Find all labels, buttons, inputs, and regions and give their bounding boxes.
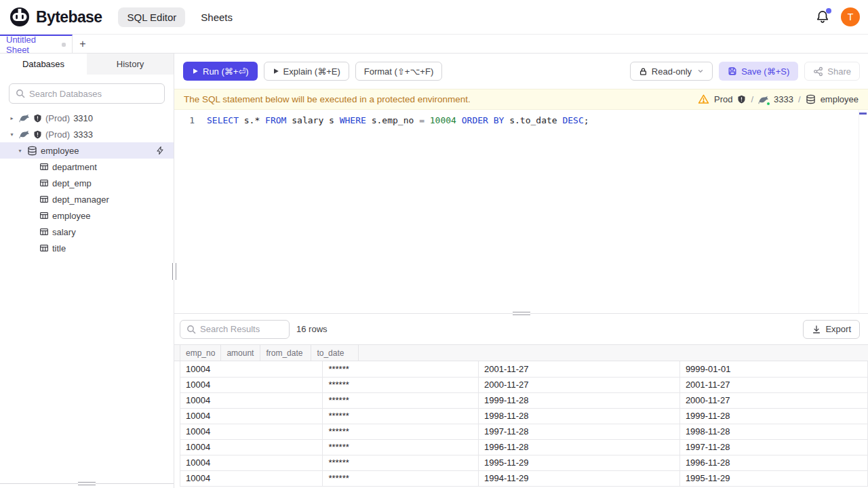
share-label: Share — [827, 66, 851, 77]
table-cell[interactable]: ****** — [323, 408, 479, 424]
table-row: 10004******1995-11-291996-11-28 — [180, 455, 868, 470]
sql-editor[interactable]: 1 SELECT s.* FROM salary s WHERE s.emp_n… — [174, 110, 868, 313]
tree-item-instance-3310[interactable]: ▸(Prod)3310 — [0, 110, 174, 126]
table-cell[interactable]: 10004 — [180, 377, 323, 392]
table-cell[interactable]: ****** — [323, 361, 479, 377]
nav-sheets[interactable]: Sheets — [192, 7, 241, 27]
table-cell[interactable]: 2000-11-27 — [679, 392, 867, 408]
environment-label: (Prod) — [45, 113, 70, 123]
splitter-grip[interactable] — [513, 312, 530, 315]
play-icon — [273, 68, 279, 75]
avatar[interactable]: T — [841, 7, 860, 26]
table-cell[interactable]: ****** — [323, 424, 479, 439]
table-cell[interactable]: 2000-11-27 — [479, 377, 680, 392]
readonly-mode-button[interactable]: Read-only — [630, 62, 713, 81]
table-cell[interactable]: ****** — [323, 470, 479, 486]
sql-token: s.* — [239, 115, 265, 125]
tree-item-table-title[interactable]: title — [0, 240, 174, 256]
run-button[interactable]: Run (⌘+⏎) — [183, 62, 258, 81]
readonly-label: Read-only — [652, 66, 692, 77]
tree-item-label: dept_emp — [52, 178, 92, 188]
download-icon — [812, 325, 821, 334]
sql-token: salary s — [286, 115, 339, 125]
explain-button[interactable]: Explain (⌘+E) — [264, 62, 349, 81]
table-cell[interactable]: 1996-11-28 — [479, 439, 680, 455]
sidebar-bottom-resize-handle[interactable] — [78, 482, 96, 485]
sheet-tab-label: Untitled Sheet — [6, 35, 56, 55]
table-cell[interactable]: 1999-11-28 — [479, 392, 680, 408]
table-cell[interactable]: ****** — [323, 392, 479, 408]
table-cell[interactable]: 1997-11-28 — [479, 424, 680, 439]
table-icon — [39, 211, 49, 220]
column-header-to_date: to_date — [311, 345, 359, 361]
table-cell[interactable]: ****** — [323, 377, 479, 392]
table-icon — [39, 178, 49, 188]
column-header-from_date: from_date — [260, 345, 311, 361]
tree-item-table-salary[interactable]: salary — [0, 224, 174, 240]
panel-splitter[interactable] — [174, 313, 868, 314]
sql-token: ; — [584, 115, 589, 125]
table-cell[interactable]: 2001-11-27 — [679, 377, 867, 392]
tab-history[interactable]: History — [87, 54, 174, 75]
editor-scrollbar[interactable] — [859, 110, 868, 313]
table-cell[interactable]: 1997-11-28 — [679, 439, 867, 455]
protected-environment-banner: The SQL statement below will be executed… — [174, 89, 868, 110]
search-icon — [186, 325, 196, 334]
table-cell[interactable]: 1999-11-28 — [679, 408, 867, 424]
table-cell[interactable]: 1996-11-28 — [679, 455, 867, 470]
tree-item-table-employee[interactable]: employee — [0, 207, 174, 224]
tree-item-table-dept_manager[interactable]: dept_manager — [0, 191, 174, 207]
format-button[interactable]: Format (⇧+⌥+F) — [355, 62, 442, 81]
tree-item-table-department[interactable]: department — [0, 159, 174, 175]
table-cell[interactable]: 10004 — [180, 455, 323, 470]
table-cell[interactable]: 1995-11-29 — [479, 455, 680, 470]
sql-token: SELECT — [207, 115, 239, 125]
table-cell[interactable]: 10004 — [180, 424, 323, 439]
sidebar-bottom-divider — [0, 483, 174, 484]
play-icon — [192, 68, 199, 75]
table-cell[interactable]: 1994-11-29 — [479, 470, 680, 486]
tree-item-instance-3333[interactable]: ▾(Prod)3333 — [0, 126, 174, 142]
warning-triangle-icon — [698, 94, 709, 105]
table-cell[interactable]: ****** — [323, 439, 479, 455]
sheet-tab-untitled[interactable]: Untitled Sheet — [0, 35, 73, 53]
chevron-down-icon — [697, 68, 704, 75]
tree-item-label: 3310 — [73, 113, 93, 123]
table-cell[interactable]: ****** — [323, 455, 479, 470]
notifications-bell-icon[interactable] — [815, 9, 830, 24]
table-cell[interactable]: 10004 — [180, 470, 323, 486]
sql-token: ORDER BY — [462, 115, 505, 125]
shield-badge-icon — [33, 114, 42, 123]
tree-item-database-employee[interactable]: ▾employee — [0, 142, 174, 159]
nav-sql-editor[interactable]: SQL Editor — [118, 7, 185, 27]
database-tree: ▸(Prod)3310▾(Prod)3333▾employeedepartmen… — [0, 110, 174, 256]
table-cell[interactable]: 9999-01-01 — [679, 361, 867, 377]
add-sheet-button[interactable]: + — [73, 35, 93, 53]
table-cell[interactable]: 2001-11-27 — [479, 361, 680, 377]
sql-token — [456, 115, 462, 125]
tree-item-table-dept_emp[interactable]: dept_emp — [0, 175, 174, 191]
tab-databases[interactable]: Databases — [0, 54, 87, 75]
shield-badge-icon — [737, 95, 746, 104]
bolt-icon[interactable] — [155, 146, 165, 155]
bytebase-sql-editor-app: Bytebase SQL Editor Sheets T Untitled Sh… — [0, 0, 868, 488]
tree-item-label: title — [52, 243, 66, 253]
sql-statement[interactable]: SELECT s.* FROM salary s WHERE s.emp_no … — [201, 115, 589, 125]
share-button[interactable]: Share — [804, 62, 860, 81]
main-panel: Run (⌘+⏎) Explain (⌘+E) Format (⇧+⌥+F) — [174, 54, 868, 488]
table-cell[interactable]: 1995-11-29 — [679, 470, 867, 486]
export-button[interactable]: Export — [803, 320, 860, 339]
table-cell[interactable]: 1998-11-28 — [479, 408, 680, 424]
save-button[interactable]: Save (⌘+S) — [719, 62, 798, 81]
search-databases-input[interactable] — [29, 89, 158, 99]
sidebar-resize-handle[interactable] — [172, 263, 176, 280]
table-cell[interactable]: 10004 — [180, 408, 323, 424]
chevron-down-icon: ▾ — [16, 148, 24, 154]
search-results-input[interactable] — [200, 324, 283, 334]
table-row: 10004******2000-11-272001-11-27 — [180, 377, 868, 392]
table-cell[interactable]: 1998-11-28 — [679, 424, 867, 439]
table-cell[interactable]: 10004 — [180, 392, 323, 408]
table-cell[interactable]: 10004 — [180, 361, 323, 377]
brand[interactable]: Bytebase — [9, 7, 102, 27]
table-cell[interactable]: 10004 — [180, 439, 323, 455]
